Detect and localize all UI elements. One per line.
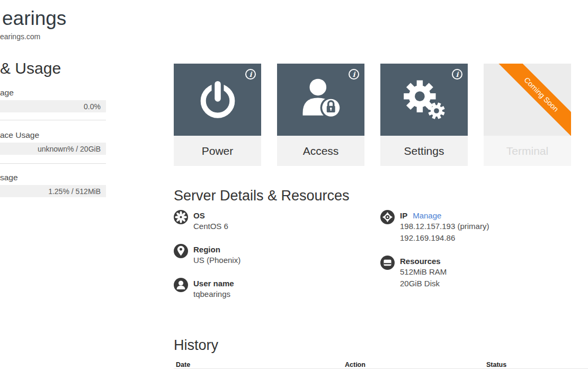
cpu-usage-value: 0.0%	[84, 102, 101, 111]
ip-icon	[380, 210, 395, 224]
power-tile-label: Power	[174, 136, 261, 166]
divider	[0, 120, 106, 120]
ip-secondary-value: 192.169.194.86	[400, 232, 489, 244]
user-lock-icon	[297, 74, 345, 125]
history-col-status: Status	[486, 361, 506, 368]
username-value: tqbearings	[193, 288, 234, 300]
ram-usage-bar: 1.25% / 512MiB	[0, 185, 106, 197]
ip-label-row: IPManage	[400, 210, 489, 221]
settings-tile-label: Settings	[380, 136, 468, 166]
disk-icon	[380, 256, 395, 270]
access-tile-label: Access	[277, 136, 364, 166]
server-details-heading: Server Details & Resources	[174, 188, 350, 204]
location-pin-icon	[174, 244, 188, 258]
ip-primary-value: 198.12.157.193 (primary)	[400, 221, 489, 232]
os-value: CentOS 6	[193, 221, 228, 232]
details-right-column: IPManage 198.12.157.193 (primary) 192.16…	[380, 210, 582, 301]
cpu-usage-label: age	[0, 88, 14, 98]
centos-icon	[174, 210, 188, 224]
username-label: User name	[193, 278, 234, 288]
ram-usage-value: 1.25% / 512MiB	[48, 187, 101, 196]
terminal-tile-label: Terminal	[484, 136, 571, 166]
os-label: OS	[193, 210, 228, 221]
resources-ram-value: 512MiB RAM	[400, 266, 447, 278]
info-icon[interactable]: i	[452, 69, 462, 80]
tiles-row: i Power i Access	[174, 64, 571, 166]
disk-usage-label: ace Usage	[0, 130, 39, 140]
manage-ip-link[interactable]: Manage	[413, 211, 441, 220]
region-detail: Region US (Phoenix)	[174, 244, 375, 266]
cpu-usage-bar: 0.0%	[0, 100, 106, 112]
page-subtitle: earings.com	[0, 32, 40, 41]
power-icon	[193, 74, 242, 125]
gears-icon	[400, 74, 449, 125]
history-col-date: Date	[176, 361, 190, 368]
ram-usage-label: sage	[0, 173, 18, 182]
os-detail: OS CentOS 6	[174, 210, 375, 232]
resources-detail: Resources 512MiB RAM 20GiB Disk	[380, 256, 582, 289]
history-col-action: Action	[345, 361, 366, 368]
coming-soon-ribbon: Coming Soon	[491, 64, 571, 136]
details-left-column: OS CentOS 6 Region US (Phoenix) User nam	[174, 210, 375, 312]
info-icon[interactable]: i	[349, 69, 359, 80]
history-heading: History	[174, 337, 218, 354]
region-value: US (Phoenix)	[193, 254, 240, 266]
region-label: Region	[193, 244, 240, 254]
disk-usage-bar: unknown% / 20GiB	[0, 143, 106, 155]
info-icon[interactable]: i	[245, 69, 256, 80]
ip-label: IP	[400, 211, 407, 220]
page-title: earings	[2, 7, 66, 30]
disk-usage-value: unknown% / 20GiB	[38, 145, 101, 153]
resources-label: Resources	[400, 256, 447, 266]
history-table-header: Date Action Status	[174, 361, 588, 369]
access-tile[interactable]: i Access	[277, 64, 364, 166]
power-tile[interactable]: i Power	[174, 64, 261, 166]
user-icon	[174, 278, 188, 292]
ip-detail: IPManage 198.12.157.193 (primary) 192.16…	[380, 210, 582, 244]
settings-tile[interactable]: i Settings	[380, 64, 468, 166]
resources-disk-value: 20GiB Disk	[400, 278, 447, 289]
usage-heading: & Usage	[0, 59, 61, 77]
terminal-tile: Coming Soon Terminal	[484, 64, 571, 166]
username-detail: User name tqbearings	[174, 278, 375, 300]
divider	[0, 163, 106, 164]
